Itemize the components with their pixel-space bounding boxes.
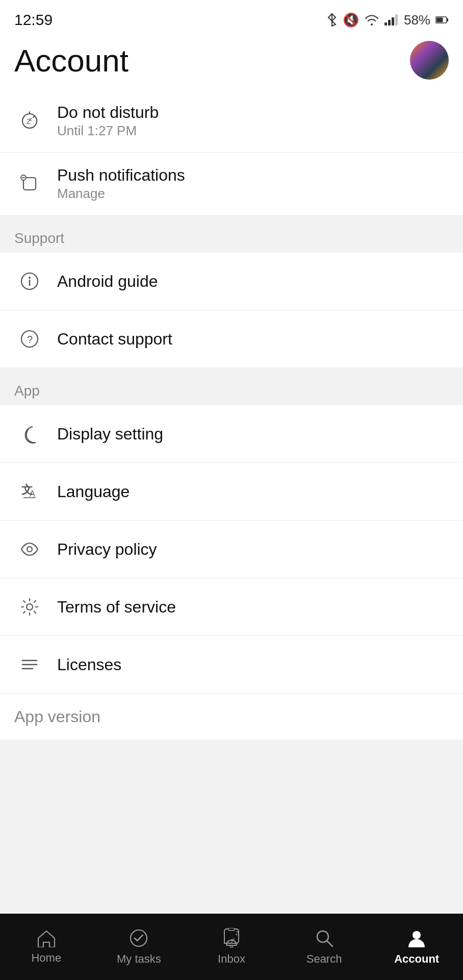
wifi-icon xyxy=(364,14,379,26)
mute-icon: 🔇 xyxy=(343,12,359,28)
privacy-policy-text: Privacy policy xyxy=(57,540,157,559)
question-icon: ? xyxy=(14,324,45,354)
nav-inbox[interactable]: Z z Z Inbox xyxy=(185,914,278,980)
svg-text:?: ? xyxy=(27,334,33,345)
inbox-icon: Z z Z xyxy=(221,928,242,948)
push-notifications-icon xyxy=(14,168,45,199)
svg-point-23 xyxy=(27,604,33,610)
android-guide-item[interactable]: Android guide xyxy=(0,253,463,310)
push-notifications-item[interactable]: Push notifications Manage xyxy=(0,153,463,215)
nav-account[interactable]: Account xyxy=(370,914,463,980)
bottom-navigation: Home My tasks Z z Z Inb xyxy=(0,914,463,980)
support-section-header: Support xyxy=(0,215,463,253)
status-time: 12:59 xyxy=(14,11,53,29)
push-notifications-label: Push notifications xyxy=(57,166,185,185)
info-icon xyxy=(14,266,45,297)
nav-account-label: Account xyxy=(394,952,439,966)
page-title: Account xyxy=(14,42,128,79)
display-setting-text: Display setting xyxy=(57,425,163,444)
translate-icon: 文 A xyxy=(14,476,45,507)
language-item[interactable]: 文 A Language xyxy=(0,463,463,521)
privacy-policy-item[interactable]: Privacy policy xyxy=(0,521,463,578)
nav-search-label: Search xyxy=(306,952,342,966)
bluetooth-icon xyxy=(326,13,338,27)
svg-point-35 xyxy=(413,931,421,939)
licenses-text: Licenses xyxy=(57,655,121,674)
dnd-icon: Z z xyxy=(14,106,45,136)
svg-rect-4 xyxy=(395,14,398,26)
terms-of-service-label: Terms of service xyxy=(57,598,176,617)
app-version-label: App version xyxy=(14,707,100,726)
nav-search[interactable]: Search xyxy=(278,914,371,980)
svg-rect-6 xyxy=(447,18,448,21)
licenses-item[interactable]: Licenses xyxy=(0,636,463,694)
app-section-header: App xyxy=(0,368,463,405)
my-tasks-icon xyxy=(128,928,149,948)
app-group: Display setting 文 A Language xyxy=(0,405,463,740)
app-version-item[interactable]: App version xyxy=(0,694,463,740)
eye-icon xyxy=(14,534,45,565)
nav-inbox-label: Inbox xyxy=(218,952,245,966)
nav-home-label: Home xyxy=(31,951,61,965)
nav-my-tasks[interactable]: My tasks xyxy=(93,914,186,980)
svg-text:A: A xyxy=(30,489,35,498)
nav-home[interactable]: Home xyxy=(0,914,93,980)
licenses-label: Licenses xyxy=(57,655,121,674)
support-group: Android guide ? Contact support xyxy=(0,253,463,368)
svg-point-16 xyxy=(29,277,31,279)
page-header: Account xyxy=(0,36,463,90)
android-guide-text: Android guide xyxy=(57,272,158,291)
do-not-disturb-item[interactable]: Z z Do not disturb Until 1:27 PM xyxy=(0,90,463,153)
app-version-text: App version xyxy=(14,707,100,726)
svg-text:Z: Z xyxy=(236,930,239,936)
android-guide-label: Android guide xyxy=(57,272,158,291)
svg-line-34 xyxy=(327,941,332,946)
nav-bar: Home My tasks Z z Z Inb xyxy=(0,914,463,980)
nav-my-tasks-label: My tasks xyxy=(117,952,161,966)
search-icon xyxy=(314,928,335,948)
svg-rect-2 xyxy=(388,20,391,26)
signal-icon xyxy=(384,14,399,26)
content-area: Z z Do not disturb Until 1:27 PM Push no… xyxy=(0,90,463,980)
lines-icon xyxy=(14,649,45,680)
display-setting-item[interactable]: Display setting xyxy=(0,405,463,463)
language-label: Language xyxy=(57,482,130,501)
display-setting-label: Display setting xyxy=(57,425,163,444)
status-bar: 12:59 🔇 58% xyxy=(0,0,463,36)
dnd-label: Do not disturb xyxy=(57,103,159,122)
battery-text: 58% xyxy=(404,12,430,28)
status-icons: 🔇 58% xyxy=(326,12,449,28)
account-icon xyxy=(406,928,427,948)
svg-point-22 xyxy=(27,547,32,552)
svg-rect-3 xyxy=(392,17,394,26)
svg-point-27 xyxy=(131,930,147,946)
contact-support-item[interactable]: ? Contact support xyxy=(0,310,463,368)
svg-rect-1 xyxy=(384,22,387,26)
language-text: Language xyxy=(57,482,130,501)
svg-text:z: z xyxy=(30,116,32,122)
contact-support-text: Contact support xyxy=(57,330,172,349)
svg-rect-28 xyxy=(228,928,235,930)
push-notifications-text: Push notifications Manage xyxy=(57,166,185,202)
battery-icon xyxy=(435,16,449,24)
terms-of-service-item[interactable]: Terms of service xyxy=(0,578,463,636)
notifications-group: Z z Do not disturb Until 1:27 PM Push no… xyxy=(0,90,463,215)
privacy-policy-label: Privacy policy xyxy=(57,540,157,559)
avatar[interactable] xyxy=(410,41,449,80)
home-icon xyxy=(36,929,57,947)
contact-support-label: Contact support xyxy=(57,330,172,349)
svg-rect-7 xyxy=(436,18,443,22)
dnd-sublabel: Until 1:27 PM xyxy=(57,123,159,139)
gear-icon xyxy=(14,592,45,622)
push-notifications-sublabel: Manage xyxy=(57,186,185,202)
terms-of-service-text: Terms of service xyxy=(57,598,176,617)
moon-icon xyxy=(14,419,45,449)
dnd-text: Do not disturb Until 1:27 PM xyxy=(57,103,159,139)
